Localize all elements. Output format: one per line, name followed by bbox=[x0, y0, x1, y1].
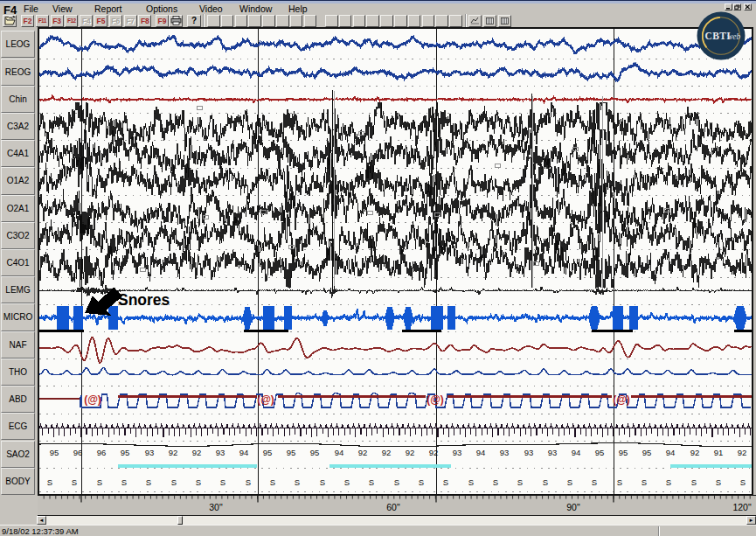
svg-text:92: 92 bbox=[169, 448, 178, 457]
svg-text:S: S bbox=[320, 477, 325, 487]
svg-text:93: 93 bbox=[548, 448, 558, 457]
svg-text:60": 60" bbox=[386, 502, 400, 512]
svg-text:S: S bbox=[666, 477, 671, 487]
svg-text:120": 120" bbox=[732, 502, 752, 512]
svg-text:S: S bbox=[171, 477, 177, 487]
svg-text:S: S bbox=[121, 477, 127, 487]
svg-text:95: 95 bbox=[121, 448, 130, 457]
svg-text:S: S bbox=[517, 477, 523, 487]
svg-text:S: S bbox=[270, 477, 275, 487]
svg-text:S: S bbox=[443, 477, 448, 487]
svg-text:95: 95 bbox=[619, 448, 628, 457]
svg-text:94: 94 bbox=[572, 448, 581, 457]
svg-text:94: 94 bbox=[335, 448, 344, 457]
svg-text:96: 96 bbox=[97, 448, 107, 457]
svg-text:95: 95 bbox=[642, 448, 652, 457]
svg-text:S: S bbox=[716, 477, 721, 487]
svg-text:S: S bbox=[740, 477, 746, 487]
svg-text:96: 96 bbox=[73, 448, 83, 457]
svg-text:S: S bbox=[493, 477, 498, 487]
svg-text:93: 93 bbox=[216, 448, 225, 457]
svg-text:S: S bbox=[47, 477, 52, 487]
svg-text:92: 92 bbox=[738, 448, 747, 457]
svg-text:web: web bbox=[727, 32, 741, 41]
svg-text:94: 94 bbox=[476, 448, 486, 457]
svg-text:S: S bbox=[72, 477, 77, 487]
svg-text:95: 95 bbox=[263, 448, 273, 457]
svg-text:S: S bbox=[295, 477, 300, 487]
svg-text:S: S bbox=[617, 477, 622, 487]
svg-text:S: S bbox=[146, 477, 151, 487]
svg-text:S: S bbox=[369, 477, 374, 487]
svg-text:30": 30" bbox=[209, 502, 223, 512]
svg-text:S: S bbox=[220, 477, 225, 487]
svg-text:93: 93 bbox=[500, 448, 510, 457]
svg-text:Snores: Snores bbox=[118, 291, 170, 309]
svg-text:(@): (@) bbox=[427, 393, 444, 406]
svg-text:94: 94 bbox=[239, 448, 249, 457]
svg-text:S: S bbox=[419, 477, 424, 487]
svg-text:(@): (@) bbox=[613, 393, 630, 406]
svg-text:(@): (@) bbox=[257, 393, 274, 406]
svg-text:92: 92 bbox=[358, 448, 368, 457]
svg-text:92: 92 bbox=[429, 448, 439, 457]
svg-text:S: S bbox=[691, 477, 697, 487]
svg-text:94: 94 bbox=[666, 448, 676, 457]
svg-text:S: S bbox=[468, 477, 474, 487]
svg-text:(@): (@) bbox=[84, 393, 101, 406]
svg-text:93: 93 bbox=[145, 448, 155, 457]
svg-text:95: 95 bbox=[310, 448, 320, 457]
svg-text:93: 93 bbox=[453, 448, 462, 457]
svg-text:91: 91 bbox=[714, 448, 724, 457]
svg-text:92: 92 bbox=[690, 448, 700, 457]
svg-text:93: 93 bbox=[524, 448, 534, 457]
svg-text:S: S bbox=[246, 477, 251, 487]
svg-text:S: S bbox=[394, 477, 399, 487]
svg-text:92: 92 bbox=[382, 448, 392, 457]
svg-text:92: 92 bbox=[406, 448, 415, 457]
svg-text:90": 90" bbox=[566, 502, 580, 512]
svg-text:S: S bbox=[196, 477, 201, 487]
svg-text:S: S bbox=[642, 477, 647, 487]
svg-text:S: S bbox=[592, 477, 597, 487]
svg-text:S: S bbox=[97, 477, 102, 487]
svg-text:92: 92 bbox=[192, 448, 202, 457]
svg-text:S: S bbox=[543, 477, 548, 487]
svg-text:95: 95 bbox=[287, 448, 296, 457]
svg-text:S: S bbox=[567, 477, 572, 487]
svg-text:S: S bbox=[344, 477, 350, 487]
svg-text:95: 95 bbox=[50, 448, 59, 457]
svg-text:95: 95 bbox=[595, 448, 605, 457]
